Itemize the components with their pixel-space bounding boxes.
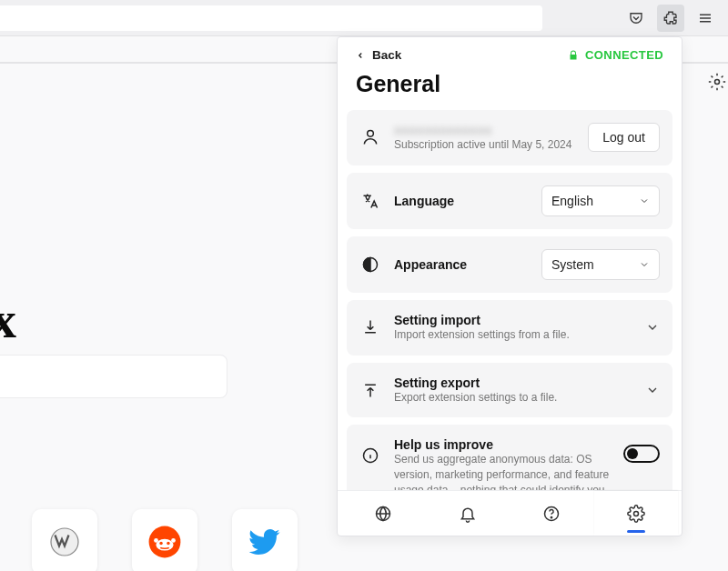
setting-export-row[interactable]: Setting export Export extension settings…	[347, 363, 672, 418]
footer-nav-notifications[interactable]	[426, 491, 511, 536]
user-icon	[359, 126, 381, 148]
svg-point-7	[159, 542, 162, 545]
shortcut-wikipedia[interactable]	[32, 509, 97, 571]
wikipedia-icon	[48, 526, 81, 558]
page-search-input[interactable]	[0, 355, 228, 398]
browser-toolbar	[0, 0, 728, 36]
footer-nav-globe[interactable]	[341, 491, 426, 536]
help-icon	[542, 505, 561, 523]
reddit-icon	[147, 525, 182, 559]
language-row: Language English	[347, 173, 672, 229]
shortcut-twitter[interactable]	[232, 509, 298, 571]
chevron-left-icon	[356, 51, 365, 60]
language-value: English	[551, 194, 593, 208]
account-email-masked: xxxxxxxxxxxxx	[394, 123, 575, 137]
gear-icon	[627, 505, 645, 523]
page-title: General	[338, 71, 682, 110]
chevron-down-icon	[645, 320, 660, 335]
appearance-icon	[359, 254, 381, 275]
panel-footer-nav	[338, 490, 682, 536]
page-title-fragment: x	[0, 291, 16, 349]
bell-icon	[459, 505, 477, 523]
subscription-status-text: Subscription active until May 5, 2024	[394, 137, 575, 153]
translate-icon	[359, 190, 381, 212]
appearance-select[interactable]: System	[541, 249, 660, 280]
help-improve-row: Help us improve Send us aggregate anonym…	[347, 425, 672, 490]
account-card: xxxxxxxxxxxxx Subscription active until …	[347, 110, 672, 165]
help-improve-toggle[interactable]	[623, 445, 660, 463]
help-improve-title: Help us improve	[394, 437, 611, 452]
language-select[interactable]: English	[541, 185, 660, 216]
back-label: Back	[372, 48, 401, 62]
svg-point-9	[154, 538, 158, 543]
extension-panel: Back CONNECTED General xxxxxxxxxxxxx Sub…	[337, 36, 682, 536]
appearance-row: Appearance System	[347, 236, 672, 293]
pocket-icon[interactable]	[622, 5, 650, 32]
setting-export-title: Setting export	[394, 376, 632, 390]
lock-icon	[568, 50, 579, 61]
chevron-down-icon	[645, 383, 660, 397]
connection-status: CONNECTED	[568, 48, 663, 62]
language-label: Language	[394, 194, 529, 208]
upload-icon	[359, 379, 381, 401]
appearance-value: System	[551, 257, 594, 272]
chevron-down-icon	[639, 259, 650, 270]
footer-nav-help[interactable]	[510, 491, 594, 536]
logout-button[interactable]: Log out	[588, 123, 660, 152]
twitter-icon	[248, 526, 281, 558]
help-improve-sub: Send us aggregate anonymous data: OS ver…	[394, 452, 611, 490]
globe-icon	[374, 505, 392, 523]
hamburger-menu-icon[interactable]	[692, 5, 719, 32]
appearance-label: Appearance	[394, 257, 529, 272]
info-icon	[359, 445, 381, 466]
svg-point-12	[368, 131, 374, 137]
setting-export-sub: Export extension settings to a file.	[394, 390, 632, 406]
svg-point-19	[551, 516, 552, 517]
back-button[interactable]: Back	[356, 48, 401, 62]
svg-point-8	[167, 542, 169, 545]
url-bar[interactable]	[0, 5, 542, 31]
shortcut-reddit[interactable]	[132, 509, 197, 571]
status-label: CONNECTED	[585, 48, 663, 62]
svg-point-20	[633, 511, 638, 516]
setting-import-title: Setting import	[394, 313, 632, 327]
setting-import-sub: Import extension settings from a file.	[394, 327, 632, 343]
svg-point-11	[715, 80, 720, 85]
download-icon	[359, 316, 381, 338]
settings-overlay-icon[interactable]	[708, 73, 726, 91]
svg-point-10	[171, 538, 176, 543]
chevron-down-icon	[639, 195, 650, 206]
setting-import-row[interactable]: Setting import Import extension settings…	[347, 300, 672, 356]
footer-nav-settings[interactable]	[594, 491, 679, 536]
extensions-icon[interactable]	[657, 5, 684, 32]
